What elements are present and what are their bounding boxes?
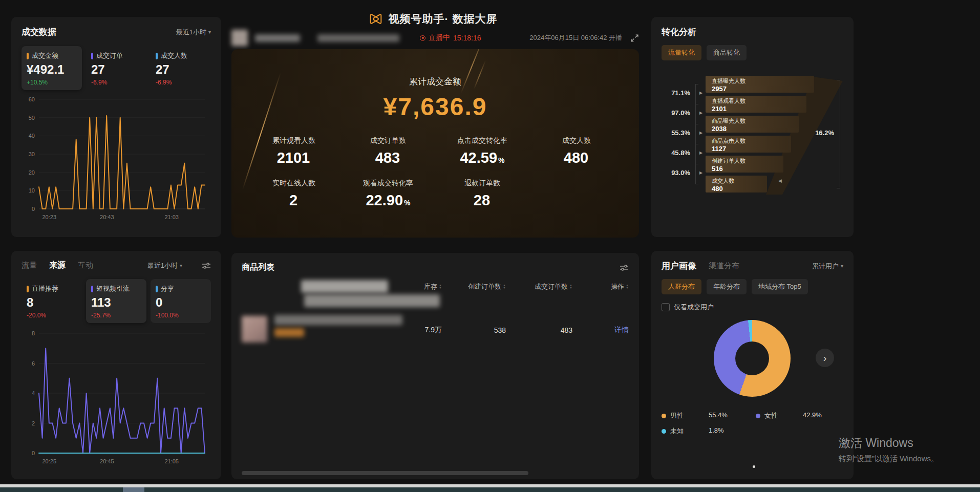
legend-value: 1.8%: [709, 426, 756, 436]
carousel-page-dot[interactable]: [753, 465, 755, 468]
deal-card-amount[interactable]: 成交金额 ¥492.1 +10.5%: [22, 46, 82, 90]
funnel-overall-bracket: [837, 80, 840, 188]
carousel-next-button[interactable]: ›: [816, 349, 834, 367]
products-title: 商品列表: [242, 262, 274, 273]
tab-product-conversion[interactable]: 商品转化: [707, 45, 747, 60]
streamer-avatar: [231, 30, 248, 46]
series-tick: [156, 53, 158, 59]
sort-icon[interactable]: ▲▼: [626, 284, 629, 289]
deal-card-buyers[interactable]: 成交人数 27 -6.9%: [151, 46, 211, 90]
column-product-redacted: [242, 282, 383, 312]
svg-text:20:43: 20:43: [100, 214, 114, 220]
deal-range-dropdown[interactable]: 最近1小时▾: [176, 28, 211, 37]
live-dot-icon: [420, 35, 425, 41]
funnel-level: 商品曝光人数2038: [706, 116, 799, 133]
funnel-level: 成交人数480: [706, 176, 767, 192]
background-window-edge: [0, 487, 980, 492]
change-badge: -6.9%: [156, 79, 206, 86]
fullscreen-icon[interactable]: [630, 34, 639, 42]
svg-text:30: 30: [29, 151, 35, 157]
deal-data-panel: 成交数据 最近1小时▾ 成交金额 ¥492.1 +10.5% 成交订单 27 -…: [11, 17, 221, 237]
live-info-bar: 直播中 15:18:16 2024年06月15日 06:06:42 开播: [231, 29, 639, 47]
stat-value: 2101: [247, 149, 341, 166]
legend-value: 42.9%: [803, 411, 844, 420]
gender-donut-chart: [714, 320, 791, 397]
donut-hole: [735, 341, 769, 375]
stat-label: 成交订单数: [341, 136, 435, 145]
change-badge: +10.5%: [27, 79, 77, 86]
checkbox-label: 仅看成交用户: [674, 303, 714, 312]
svg-text:8: 8: [32, 330, 35, 336]
stat-value: 42.59%: [435, 149, 529, 166]
table-row: 7.9万 538 483 详情: [242, 312, 629, 349]
product-list-panel: 商品列表 库存▲▼ 创建订单数▲▼ 成交订单数▲▼ 操作▲▼ 7.9万 538 …: [231, 253, 639, 479]
stat-label: 成交人数: [529, 136, 624, 145]
source-card-short-video[interactable]: 短视频引流 113 -25.7%: [86, 279, 146, 323]
detail-link[interactable]: 详情: [614, 326, 629, 335]
tab-source[interactable]: 来源: [49, 260, 66, 271]
legend-value: 55.4%: [709, 411, 756, 420]
legend-dot: [662, 414, 666, 418]
total-deal-amount: ¥7,636.9: [231, 93, 639, 121]
arrow-right-icon: ▶: [699, 111, 702, 115]
redacted-block: [301, 280, 388, 293]
summary-card: 累计成交金额 ¥7,636.9 累计观看人数2101 成交订单数483 点击成交…: [231, 49, 639, 238]
svg-text:20:25: 20:25: [42, 458, 57, 464]
funnel-level: 创建订单人数516: [706, 156, 783, 173]
horizontal-scrollbar[interactable]: [242, 471, 528, 475]
live-status-label: 直播中: [429, 33, 450, 42]
gender-donut-area: ›: [662, 317, 843, 403]
funnel-step-rate: 97.0%: [662, 109, 690, 117]
legend-dot: [662, 429, 666, 434]
arrow-right-icon: ▶: [699, 170, 702, 175]
source-card-share[interactable]: 分享 0 -100.0%: [151, 279, 211, 323]
series-tick: [156, 286, 158, 292]
funnel-step-rate: 93.0%: [662, 169, 690, 177]
svg-text:20: 20: [29, 169, 35, 176]
funnel-overall-rate: 16.2%: [815, 129, 834, 137]
summary-title: 累计成交金额: [231, 76, 639, 88]
traffic-source-panel: 流量 来源 互动 最近1小时▾ 直播推荐 8 -20.0% 短视频引流 113 …: [11, 251, 221, 479]
subtab-region-top5[interactable]: 地域分布 Top5: [752, 279, 808, 294]
legend-item: 未知: [662, 426, 709, 436]
subtab-crowd[interactable]: 人群分布: [662, 279, 701, 294]
subtab-age[interactable]: 年龄分布: [707, 279, 747, 294]
source-card-live-recommend[interactable]: 直播推荐 8 -20.0%: [22, 279, 82, 323]
column-stock[interactable]: 库存▲▼: [383, 282, 442, 291]
filter-settings-icon[interactable]: [202, 262, 211, 269]
deal-users-only-checkbox[interactable]: [662, 303, 670, 311]
tab-traffic[interactable]: 流量: [22, 261, 37, 270]
funnel-level: 商品点击人数1127: [706, 136, 791, 153]
arrow-right-icon: ▶: [699, 131, 702, 135]
column-action[interactable]: 操作▲▼: [572, 282, 629, 291]
funnel-bracket: [695, 164, 698, 184]
chevron-down-icon: ▾: [208, 29, 211, 35]
streamer-name-redacted: [255, 34, 300, 42]
svg-text:21:05: 21:05: [164, 458, 179, 464]
funnel-level: 直播曝光人数2957: [706, 76, 814, 93]
svg-text:0: 0: [32, 450, 35, 456]
column-deal-orders[interactable]: 成交订单数▲▼: [506, 282, 572, 291]
svg-text:0: 0: [32, 206, 35, 212]
funnel-step-rate: 55.3%: [662, 129, 690, 137]
column-created-orders[interactable]: 创建订单数▲▼: [442, 282, 506, 291]
series-tick: [27, 286, 29, 292]
tab-interaction[interactable]: 互动: [78, 261, 93, 270]
svg-text:50: 50: [29, 115, 35, 121]
funnel-bracket: [695, 104, 698, 124]
tab-traffic-conversion[interactable]: 流量转化: [662, 45, 701, 60]
deal-card-orders[interactable]: 成交订单 27 -6.9%: [86, 46, 146, 90]
users-range-dropdown[interactable]: 累计用户▾: [812, 262, 843, 271]
legend-dot: [756, 414, 760, 418]
filter-settings-icon[interactable]: [620, 264, 629, 271]
svg-text:21:03: 21:03: [164, 214, 179, 220]
stream-start-time: 2024年06月15日 06:06:42 开播: [529, 33, 622, 42]
stat-value: 2: [247, 192, 341, 209]
channels-logo-icon: [368, 11, 384, 27]
tab-user-profile[interactable]: 用户画像: [662, 260, 696, 272]
tab-channel-distribution[interactable]: 渠道分布: [709, 261, 739, 271]
summary-stats-grid: 累计观看人数2101 成交订单数483 点击成交转化率42.59% 成交人数48…: [247, 136, 624, 209]
source-range-dropdown[interactable]: 最近1小时▾: [147, 261, 182, 270]
arrow-right-icon: ▶: [699, 91, 702, 95]
svg-text:6: 6: [32, 360, 35, 367]
